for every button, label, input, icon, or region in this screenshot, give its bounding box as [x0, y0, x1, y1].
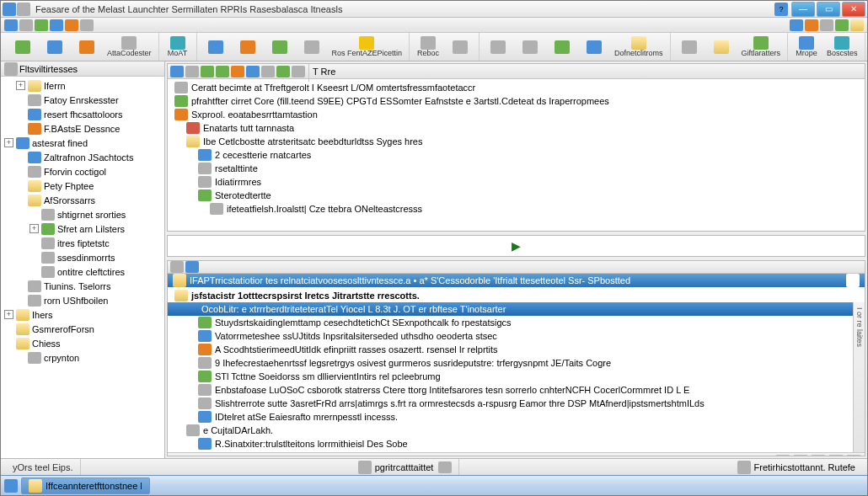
tree-node[interactable]: itres fiptetstc — [1, 236, 164, 250]
pane-tool-icon[interactable] — [261, 66, 275, 77]
bt-icon[interactable] — [170, 261, 184, 273]
qa-icon[interactable] — [80, 19, 94, 31]
pane-tool-icon[interactable] — [231, 66, 244, 77]
qa-right-icon[interactable] — [835, 19, 849, 31]
tree-node[interactable]: ssesdinmorrts — [1, 250, 164, 264]
qa-icon[interactable] — [19, 19, 33, 31]
expand-icon[interactable]: + — [16, 81, 25, 90]
pane-tool-icon[interactable] — [292, 66, 305, 77]
list-item[interactable]: 2 cecestterie rnatcartes — [168, 148, 865, 162]
tree-node[interactable]: Fatoy Enrskesster — [1, 93, 164, 107]
toolbar-button[interactable] — [706, 34, 737, 61]
toolbar-button[interactable] — [265, 34, 295, 61]
header-close-icon[interactable] — [846, 274, 860, 287]
qa-icon[interactable] — [35, 19, 48, 31]
toolbar-button[interactable] — [483, 34, 513, 61]
toolbar-button[interactable] — [674, 34, 705, 61]
qa-right-icon[interactable] — [820, 19, 833, 31]
list-item[interactable]: rsetalttinte — [168, 162, 865, 175]
list-item[interactable]: Idiatirrmres — [168, 175, 865, 189]
list-item[interactable]: e CujtalDArLakh. — [168, 424, 853, 437]
tree-node[interactable]: crpynton — [1, 350, 164, 365]
toolbar-button[interactable] — [297, 34, 327, 61]
tree-node[interactable]: Fforvin coctigol — [1, 164, 164, 179]
list-item[interactable]: Ibe Cetlcbostte atrsteritsatc beebdturld… — [168, 135, 865, 148]
bottom-header-bar[interactable]: IFAPTrricstatiotior tes relnatciatvooses… — [168, 274, 865, 287]
tree-node[interactable]: Chiess — [1, 336, 164, 350]
list-item[interactable]: Sterotedtertte — [168, 189, 865, 202]
toolbar-button[interactable]: Boscstes — [823, 34, 861, 61]
list-item[interactable]: Sxprool. eoatabesrrttamtastion — [168, 108, 865, 121]
tree-node[interactable]: rorn UShfboilen — [1, 293, 164, 307]
expand-icon[interactable]: + — [4, 310, 13, 319]
qa-icon[interactable] — [50, 19, 63, 31]
list-item[interactable]: Enatarts tutt tarnnasta — [168, 121, 865, 135]
toolbar-button[interactable] — [8, 34, 38, 61]
qa-right-icon[interactable] — [850, 19, 864, 31]
toolbar-button[interactable]: Ros FentAZEPicettin — [329, 34, 406, 61]
tree-node[interactable]: GsmrerofForsn — [1, 322, 164, 336]
tree-node[interactable]: +Sfret arn Lilsters — [1, 221, 164, 236]
expand-icon[interactable]: + — [4, 138, 13, 147]
qa-right-icon[interactable] — [805, 19, 818, 31]
tree-node[interactable]: resert fhcsattoloors — [1, 107, 164, 121]
list-item[interactable]: Slishtrerrote sutte 3asretFrRd arrs|atim… — [168, 397, 853, 410]
expand-icon[interactable]: + — [29, 224, 39, 233]
bottom-list[interactable]: jsfstacistr 1otttecrspsirst Iretcs Jitra… — [168, 287, 865, 452]
toolbar-button[interactable] — [515, 34, 545, 61]
toolbar-button[interactable]: Mrope — [791, 34, 822, 61]
top-list[interactable]: Ceratt becimte at Tfreftgerolt I Kseesrt… — [168, 79, 865, 231]
toolbar-button[interactable] — [40, 34, 70, 61]
tool-btn[interactable] — [828, 455, 844, 457]
toolbar-button[interactable]: Giftlaratters — [738, 34, 785, 61]
tree-node[interactable]: +Ihers — [1, 307, 164, 322]
toolbar-button[interactable] — [579, 34, 609, 61]
tree-node[interactable]: +Iferrn — [1, 78, 164, 93]
tree-node[interactable]: Zaltrafnon JSachtocts — [1, 150, 164, 164]
maximize-button[interactable]: ▭ — [817, 2, 840, 17]
pane-tool-icon[interactable] — [170, 66, 184, 77]
play-icon[interactable]: ▶ — [512, 239, 521, 253]
tree-node[interactable]: Pety Fhptee — [1, 179, 164, 193]
tree-node[interactable]: shtigrnet srorties — [1, 207, 164, 221]
tree-node[interactable]: Tiunins. Tselorrs — [1, 279, 164, 293]
toolbar-button[interactable] — [547, 34, 577, 61]
qa-right-icon[interactable] — [790, 19, 803, 31]
toolbar-button[interactable] — [201, 34, 231, 61]
toolbar-button[interactable]: MoAT — [163, 34, 193, 61]
close-button[interactable]: ✕ — [842, 2, 865, 17]
toolbar-button[interactable] — [233, 34, 263, 61]
tree-node[interactable]: +astesrat fined — [1, 136, 164, 150]
tree-node[interactable]: ontitre cleftctires — [1, 264, 164, 279]
taskbar-button[interactable]: Iffceannteretfttonstnee l — [21, 477, 150, 494]
toolbar-button[interactable]: AttaCodester — [104, 34, 155, 61]
list-item[interactable]: R.Sinatxiter:trulstlteitons lorrmithieis… — [168, 437, 853, 451]
list-item[interactable]: 9 Ihefecrestaehenrtssf legsretrgys osive… — [168, 356, 853, 370]
pane-tool-icon[interactable] — [276, 66, 290, 77]
help-icon[interactable]: ? — [774, 3, 788, 16]
pane-tool-icon[interactable] — [246, 66, 260, 77]
tool-btn[interactable] — [811, 455, 826, 457]
right-tab[interactable]: I or re laites — [853, 302, 865, 452]
list-item[interactable]: Ceratt becimte at Tfreftgerolt I Kseesrt… — [168, 81, 865, 94]
list-item[interactable]: Enbstafoase LuOSoC csborotk statrerss Ct… — [168, 383, 853, 397]
list-item[interactable]: Vatorrmeteshee ssUJtitds Inpsritalsiters… — [168, 329, 853, 343]
list-item[interactable]: pfrahtfter cirret Core (fill.teend S9EE)… — [168, 94, 865, 108]
list-item[interactable]: Stuydsrtskaidinglemttamp cesechdtetichCt… — [168, 316, 853, 329]
list-item[interactable]: STl Tcttne Soeidorss sm dlliervientIntir… — [168, 370, 853, 383]
tree-node[interactable]: AfSrorssarrs — [1, 193, 164, 207]
toolbar-button[interactable] — [72, 34, 102, 61]
list-item[interactable]: A ScodhtstierimeedUtitIdk efinpriitt ras… — [168, 343, 853, 356]
pane-tool-icon[interactable] — [185, 66, 199, 77]
list-item[interactable]: IDtelret atSe Eaiesrafto mrernpesstl inc… — [168, 410, 853, 424]
toolbar-button[interactable]: Reboc — [413, 34, 443, 61]
qa-icon[interactable] — [65, 19, 78, 31]
list-item[interactable]: ifeteatfielsh.Iroalstt| Cze ttebra ONelt… — [168, 202, 865, 216]
qa-icon[interactable] — [4, 19, 18, 31]
toolbar-button[interactable]: Dofnetclitroms — [611, 34, 667, 61]
tool-btn[interactable] — [775, 455, 790, 457]
toolbar-button[interactable] — [445, 34, 475, 61]
minimize-button[interactable]: — — [791, 2, 815, 17]
pane-tool-icon[interactable] — [201, 66, 214, 77]
nav-tree[interactable]: +IferrnFatoy Enrskessterresert fhcsattol… — [1, 77, 164, 458]
